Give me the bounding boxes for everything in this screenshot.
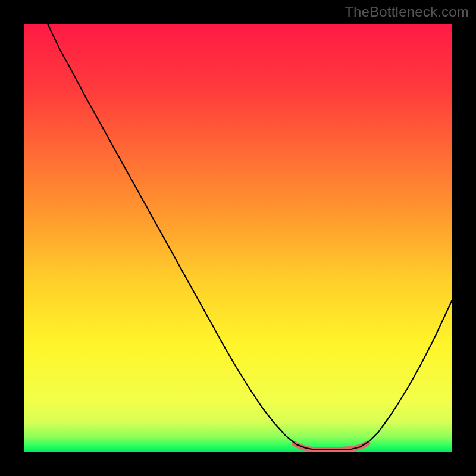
watermark-text: TheBottleneck.com [345,4,469,20]
chart-svg [24,24,452,452]
plot-area [24,24,452,452]
chart-container: TheBottleneck.com [0,0,476,476]
gradient-background [24,24,452,452]
